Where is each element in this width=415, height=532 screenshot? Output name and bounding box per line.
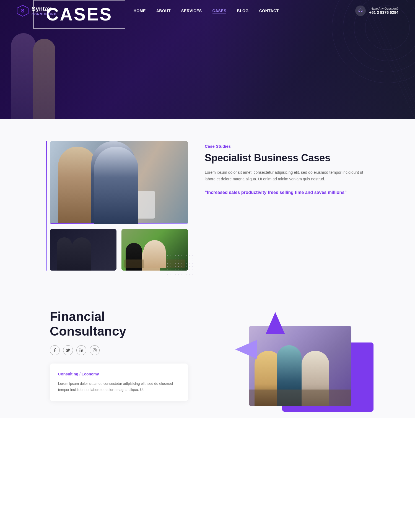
nav-contact[interactable]: CONTACT (259, 8, 279, 13)
arrow-up-deco (266, 312, 285, 335)
financial-section: Financial Consultancy Consulting / Eco (28, 309, 387, 401)
svg-point-11 (95, 349, 96, 349)
nav-contact-link[interactable]: CONTACT (259, 9, 279, 13)
nav-about[interactable]: ABOUT (156, 8, 171, 13)
consultancy-card: Consulting / Economy Lorem ipsum dolor s… (50, 364, 188, 401)
nav-blog[interactable]: BLOG (237, 8, 248, 13)
nav-contact-text: Have Any Question? +61 3 8376 6284 (369, 7, 398, 15)
headphone-icon (355, 6, 366, 16)
nav-services[interactable]: SERVICES (181, 8, 202, 13)
case-studies-text: Case Studies Specialist Business Cases L… (205, 141, 365, 196)
social-icons-row (50, 345, 188, 355)
arrow-left-deco (235, 340, 257, 360)
case-studies-heading: Specialist Business Cases (205, 152, 365, 164)
logo-tagline: CONSULTING (32, 12, 57, 16)
logo-icon: S (17, 5, 29, 17)
logo-name: Syntax (32, 6, 57, 12)
financial-right (205, 309, 365, 392)
linkedin-icon[interactable] (76, 345, 86, 355)
instagram-icon[interactable] (90, 345, 100, 355)
case-studies-images (50, 141, 188, 271)
nav-home[interactable]: HOME (134, 8, 146, 13)
nav-home-link[interactable]: HOME (134, 9, 146, 13)
case-studies-quote: “Increased sales productivity frees sell… (205, 189, 365, 196)
svg-marker-12 (266, 312, 285, 334)
financial-heading-line2: Consultancy (50, 324, 126, 338)
nav-phone: +61 3 8376 6284 (369, 10, 398, 15)
facebook-icon[interactable] (50, 345, 60, 355)
main-content: Case Studies Specialist Business Cases L… (0, 119, 415, 418)
navbar: S Syntax CONSULTING HOME ABOUT SERVICES … (0, 0, 415, 21)
nav-contact-block: Have Any Question? +61 3 8376 6284 (355, 6, 398, 16)
svg-rect-9 (93, 349, 96, 352)
left-border-accent (46, 141, 47, 271)
main-case-image (50, 141, 188, 224)
card-category: Consulting / Economy (58, 372, 180, 376)
card-body: Lorem ipsum dolor sit amet, consectetur … (58, 381, 180, 393)
nav-question: Have Any Question? (369, 7, 398, 10)
svg-point-10 (94, 349, 95, 351)
nav-links: HOME ABOUT SERVICES CASES BLOG CONTACT (134, 8, 279, 13)
svg-marker-13 (235, 340, 257, 359)
financial-left: Financial Consultancy Consulting / Eco (50, 309, 188, 401)
dots-decoration (166, 254, 194, 276)
case-studies-section: Case Studies Specialist Business Cases L… (28, 141, 387, 271)
case-studies-label: Case Studies (205, 144, 365, 149)
case-studies-body: Lorem ipsum dolor sit amet, consectetur … (205, 169, 365, 183)
nav-cases-link[interactable]: CASES (212, 9, 227, 14)
nav-cases[interactable]: CASES (212, 8, 227, 13)
small-image-1 (50, 229, 116, 271)
nav-blog-link[interactable]: BLOG (237, 9, 248, 13)
image-accent-line (50, 223, 188, 224)
svg-text:S: S (21, 8, 24, 14)
financial-heading-line1: Financial (50, 309, 105, 324)
nav-services-link[interactable]: SERVICES (181, 9, 202, 13)
logo-text: Syntax CONSULTING (32, 6, 57, 15)
logo[interactable]: S Syntax CONSULTING (17, 5, 57, 17)
financial-heading: Financial Consultancy (50, 309, 188, 339)
financial-main-image (249, 326, 351, 406)
twitter-icon[interactable] (63, 345, 73, 355)
nav-about-link[interactable]: ABOUT (156, 9, 171, 13)
